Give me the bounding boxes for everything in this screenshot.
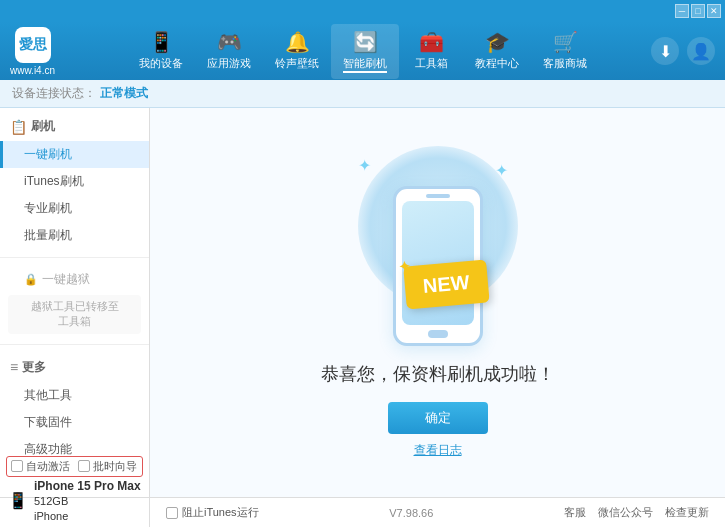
flash-group-icon: 📋 [10, 119, 27, 135]
nav-item-shop[interactable]: 🛒 客服商城 [531, 24, 599, 79]
content-area: ✦ ✦ ✦ NEW 恭喜您，保资料刷机成功啦！ 确定 查看日志 [150, 108, 725, 497]
bottom-bar: 自动激活 批时向导 📱 iPhone 15 Pro Max 512GB iPho… [0, 497, 725, 527]
tutorial-label: 教程中心 [475, 56, 519, 71]
maximize-button[interactable]: □ [691, 4, 705, 18]
sidebar-group-flash-header: 📋 刷机 [0, 112, 149, 141]
appgame-label: 应用游戏 [207, 56, 251, 71]
nav-item-mydevice[interactable]: 📱 我的设备 [127, 24, 195, 79]
shop-icon: 🛒 [553, 30, 578, 54]
tutorial-icon: 🎓 [485, 30, 510, 54]
ringtone-label: 铃声壁纸 [275, 56, 319, 71]
device-name: iPhone 15 Pro Max [34, 479, 141, 495]
check-update-link[interactable]: 检查更新 [665, 505, 709, 520]
nav-items: 📱 我的设备 🎮 应用游戏 🔔 铃声壁纸 🔄 智能刷机 🧰 工具箱 🎓 教程中心… [75, 24, 651, 79]
flash-icon: 🔄 [353, 30, 378, 54]
version-text: V7.98.66 [389, 507, 433, 519]
auto-activate-box[interactable] [11, 460, 23, 472]
sidebar: 📋 刷机 一键刷机 iTunes刷机 专业刷机 批量刷机 🔒 一键越狱 [0, 108, 150, 497]
auto-activate-checkbox[interactable]: 自动激活 [11, 459, 70, 474]
nav-item-tools[interactable]: 🧰 工具箱 [399, 24, 463, 79]
sparkle-left-icon: ✦ [358, 156, 371, 175]
sidebar-item-batch[interactable]: 批量刷机 [0, 222, 149, 249]
sidebar-jailbreak-note: 越狱工具已转移至工具箱 [8, 295, 141, 334]
log-link[interactable]: 查看日志 [414, 442, 462, 459]
confirm-button[interactable]: 确定 [388, 402, 488, 434]
status-bar: 设备连接状态： 正常模式 [0, 80, 725, 108]
tools-label: 工具箱 [415, 56, 448, 71]
sidebar-item-othertools[interactable]: 其他工具 [0, 382, 149, 409]
nav-bar: 愛思 www.i4.cn 📱 我的设备 🎮 应用游戏 🔔 铃声壁纸 🔄 智能刷机… [0, 22, 725, 80]
sidebar-group-jailbreak: 🔒 一键越狱 越狱工具已转移至工具箱 [0, 262, 149, 340]
mydevice-icon: 📱 [149, 30, 174, 54]
status-label: 设备连接状态： [12, 85, 96, 102]
close-button[interactable]: ✕ [707, 4, 721, 18]
more-group-icon: ≡ [10, 359, 18, 375]
sidebar-group-more-header: ≡ 更多 [0, 353, 149, 382]
download-button[interactable]: ⬇ [651, 37, 679, 65]
sidebar-group-flash: 📋 刷机 一键刷机 iTunes刷机 专业刷机 批量刷机 [0, 108, 149, 253]
sidebar-divider-2 [0, 344, 149, 345]
status-value: 正常模式 [100, 85, 148, 102]
main-layout: 📋 刷机 一键刷机 iTunes刷机 专业刷机 批量刷机 🔒 一键越狱 [0, 108, 725, 497]
new-ribbon: ✦ NEW [403, 259, 489, 309]
sidebar-item-pro[interactable]: 专业刷机 [0, 195, 149, 222]
sidebar-item-download[interactable]: 下载固件 [0, 409, 149, 436]
mydevice-label: 我的设备 [139, 56, 183, 71]
sparkle-right-icon: ✦ [495, 161, 508, 180]
sidebar-divider-1 [0, 257, 149, 258]
nav-item-ringtone[interactable]: 🔔 铃声壁纸 [263, 24, 331, 79]
customer-service-link[interactable]: 客服 [564, 505, 586, 520]
device-type: iPhone [34, 509, 141, 523]
batch-guide-box[interactable] [78, 460, 90, 472]
window-controls: ─ □ ✕ [675, 4, 721, 18]
itunes-checkbox-box[interactable] [166, 507, 178, 519]
user-button[interactable]: 👤 [687, 37, 715, 65]
nav-item-tutorial[interactable]: 🎓 教程中心 [463, 24, 531, 79]
tools-icon: 🧰 [419, 30, 444, 54]
nav-right-controls: ⬇ 👤 [651, 37, 715, 65]
nav-item-appgame[interactable]: 🎮 应用游戏 [195, 24, 263, 79]
bottom-links: 客服 微信公众号 检查更新 [564, 505, 709, 520]
device-details: iPhone 15 Pro Max 512GB iPhone [34, 479, 141, 523]
lock-icon: 🔒 [24, 273, 38, 286]
ringtone-icon: 🔔 [285, 30, 310, 54]
logo-icon: 愛思 [15, 27, 51, 63]
shop-label: 客服商城 [543, 56, 587, 71]
title-bar: ─ □ ✕ [0, 0, 725, 22]
ribbon-stars: ✦ [397, 258, 410, 275]
device-storage: 512GB [34, 494, 141, 508]
success-illustration: ✦ ✦ ✦ NEW [348, 146, 528, 346]
wechat-link[interactable]: 微信公众号 [598, 505, 653, 520]
flash-label: 智能刷机 [343, 56, 387, 73]
sidebar-item-itunes[interactable]: iTunes刷机 [0, 168, 149, 195]
phone-speaker [426, 194, 450, 198]
bottom-content: 阻止iTunes运行 V7.98.66 客服 微信公众号 检查更新 [150, 498, 725, 527]
device-checkboxes: 自动激活 批时向导 [6, 456, 143, 477]
logo-text: www.i4.cn [10, 65, 55, 76]
device-phone-icon: 📱 [8, 491, 28, 510]
sidebar-item-onekey[interactable]: 一键刷机 [0, 141, 149, 168]
device-info: 📱 iPhone 15 Pro Max 512GB iPhone [6, 479, 143, 523]
phone-home [428, 330, 448, 338]
nav-item-flash[interactable]: 🔄 智能刷机 [331, 24, 399, 79]
logo: 愛思 www.i4.cn [10, 27, 55, 76]
appgame-icon: 🎮 [217, 30, 242, 54]
sidebar-group-more: ≡ 更多 其他工具 下载固件 高级功能 [0, 349, 149, 467]
minimize-button[interactable]: ─ [675, 4, 689, 18]
bottom-sidebar: 自动激活 批时向导 📱 iPhone 15 Pro Max 512GB iPho… [0, 498, 150, 527]
batch-guide-checkbox[interactable]: 批时向导 [78, 459, 137, 474]
success-text: 恭喜您，保资料刷机成功啦！ [321, 362, 555, 386]
itunes-check[interactable]: 阻止iTunes运行 [166, 505, 259, 520]
sidebar-jailbreak-header: 🔒 一键越狱 [0, 266, 149, 293]
